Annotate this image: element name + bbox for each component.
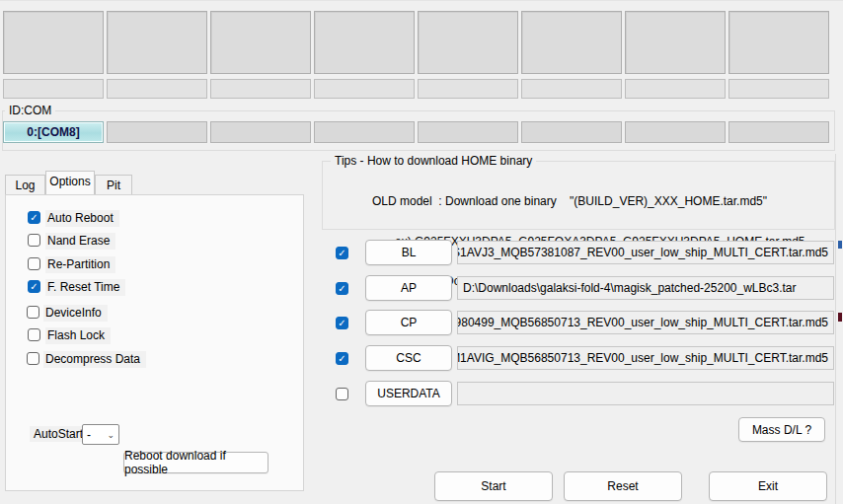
progress-cell <box>314 11 415 74</box>
autostart-select[interactable]: - ⌄ <box>82 424 119 445</box>
progress-cell-row <box>3 11 829 74</box>
chevron-down-icon: ⌄ <box>107 430 115 440</box>
com-port-cell-active[interactable]: 0:[COM8] <box>3 121 104 143</box>
com-port-cell <box>521 121 622 143</box>
reset-button[interactable]: Reset <box>564 471 682 501</box>
progress-cell <box>625 11 726 74</box>
ap-path-field[interactable]: D:\Downloads\galaksi-fold-4\magisk_patch… <box>457 276 834 300</box>
status-cell-row <box>3 79 829 99</box>
checkbox-deviceinfo[interactable] <box>27 306 39 319</box>
checkbox-ap[interactable] <box>336 282 348 295</box>
status-cell <box>728 79 829 99</box>
idcom-label: ID:COM <box>5 104 55 117</box>
label-nand-erase: Nand Erase <box>45 233 115 250</box>
status-cell <box>314 79 415 99</box>
checkbox-flash-lock[interactable] <box>28 328 40 341</box>
ap-button[interactable]: AP <box>365 275 452 301</box>
label-re-partition: Re-Partition <box>45 256 115 273</box>
csc-path-field[interactable]: 36BOXM1AVIG_MQB56850713_REV00_user_low_s… <box>457 346 834 370</box>
checkbox-csc[interactable] <box>336 352 348 365</box>
ap-path-text: D:\Downloads\galaksi-fold-4\magisk_patch… <box>463 281 797 295</box>
label-deviceinfo: DeviceInfo <box>43 305 108 322</box>
bl-path-text: 36BXXS1AVJ3_MQB57381087_REV00_user_low_s… <box>457 246 828 259</box>
tab-pit[interactable]: Pit <box>95 175 132 194</box>
com-port-cell <box>314 121 415 143</box>
odin-window: ID:COM 0:[COM8] Log Options Pit Auto Reb… <box>0 0 843 504</box>
label-f-reset-time: F. Reset Time <box>45 279 125 296</box>
label-flash-lock: Flash Lock <box>45 327 111 344</box>
status-cell <box>521 79 622 99</box>
exit-button[interactable]: Exit <box>709 471 827 501</box>
bl-button[interactable]: BL <box>365 240 452 265</box>
com-port-row: 0:[COM8] <box>3 121 829 143</box>
com-port-cell <box>625 121 726 143</box>
checkbox-re-partition[interactable] <box>28 257 40 270</box>
window-edge-divider <box>835 154 836 504</box>
label-decompress-data: Decompress Data <box>43 351 146 368</box>
checkbox-userdata[interactable] <box>336 388 348 400</box>
checkbox-cp[interactable] <box>336 317 348 329</box>
label-auto-reboot: Auto Reboot <box>45 210 119 227</box>
tips-line-old: OLD model : Download one binary "(BUILD_… <box>372 195 805 209</box>
status-cell <box>210 79 311 99</box>
userdata-path-field[interactable] <box>457 382 834 405</box>
mass-dl-button[interactable]: Mass D/L ? <box>738 417 825 442</box>
autostart-label: AutoStart <box>30 426 87 442</box>
checkbox-f-reset-time[interactable] <box>28 280 40 293</box>
checkbox-auto-reboot[interactable] <box>28 211 40 224</box>
cp-path-text: _CP22980499_MQB56850713_REV00_user_low_s… <box>457 316 828 329</box>
status-cell <box>107 79 207 99</box>
status-cell <box>418 79 518 99</box>
csc-button[interactable]: CSC <box>365 345 452 371</box>
checkbox-bl[interactable] <box>336 247 348 259</box>
checkbox-decompress-data[interactable] <box>27 352 39 365</box>
progress-cell <box>107 11 207 74</box>
com-port-cell <box>418 121 518 143</box>
com-port-cell <box>728 121 829 143</box>
autostart-value: - <box>87 428 91 442</box>
checkbox-nand-erase[interactable] <box>28 234 40 247</box>
bl-path-field[interactable]: 36BXXS1AVJ3_MQB57381087_REV00_user_low_s… <box>457 241 834 264</box>
com-port-cell <box>210 121 311 143</box>
progress-cell <box>210 11 311 74</box>
start-button[interactable]: Start <box>434 471 553 501</box>
background-window-artifact <box>838 313 842 322</box>
userdata-button[interactable]: USERDATA <box>365 381 452 406</box>
cp-path-field[interactable]: _CP22980499_MQB56850713_REV00_user_low_s… <box>457 311 834 334</box>
com-port-cell <box>107 121 207 143</box>
progress-cell <box>3 11 104 74</box>
csc-path-text: 36BOXM1AVIG_MQB56850713_REV00_user_low_s… <box>457 351 828 365</box>
tips-title: Tips - How to download HOME binary <box>331 154 536 168</box>
background-window-artifact <box>838 241 842 249</box>
progress-cell <box>418 11 518 74</box>
progress-cell <box>728 11 829 74</box>
status-cell <box>625 79 726 99</box>
tab-log[interactable]: Log <box>5 175 45 194</box>
progress-cell <box>521 11 622 74</box>
reboot-download-button[interactable]: Reboot download if possible <box>123 452 268 473</box>
tab-options[interactable]: Options <box>45 171 95 194</box>
cp-button[interactable]: CP <box>365 310 452 335</box>
tips-groupbox: Tips - How to download HOME binary OLD m… <box>322 161 835 230</box>
status-cell <box>3 79 104 99</box>
